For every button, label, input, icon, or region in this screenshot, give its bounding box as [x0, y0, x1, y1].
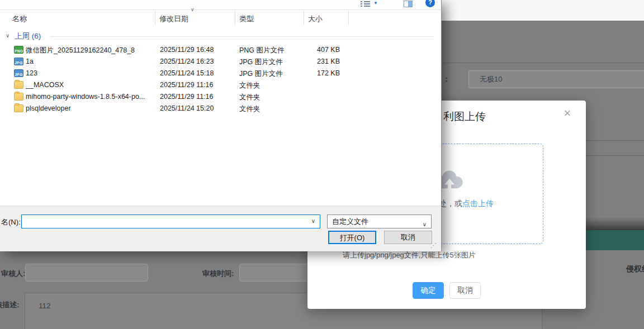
file-type: JPG 图片文件 — [239, 58, 283, 67]
file-size: 407 KB — [304, 46, 340, 54]
group-header-last-week[interactable]: ∨ 上周 (6) — [0, 31, 441, 41]
sort-caret-icon: ∨ — [191, 7, 195, 12]
file-date: 2025/11/24 15:18 — [160, 69, 214, 77]
reviewer-label: 审核人: — [1, 269, 25, 279]
upload-hint: 请上传jpg/png/jpeg文件,只能上传5张图片 — [343, 250, 476, 260]
column-divider[interactable] — [155, 11, 155, 25]
filetype-select[interactable]: 自定义文件 ∨ — [327, 214, 432, 228]
file-list-area: 名称 ∨ 修改日期 类型 大小 ∨ 上周 (6) PNG 微信图片_202511… — [0, 10, 441, 206]
modal-cancel-button[interactable]: 取消 — [449, 282, 481, 299]
page-top-strip — [435, 0, 644, 21]
file-row[interactable]: mihomo-party-windows-1.8.5-x64-po... 202… — [0, 91, 441, 103]
file-row[interactable]: JPG 1a 2025/11/24 16:23 JPG 图片文件 231 KB — [0, 56, 441, 68]
filename-input[interactable]: ∨ — [21, 214, 320, 228]
group-divider-line — [50, 36, 434, 37]
modal-title: 利图上传 — [443, 109, 486, 124]
panel-shadow — [581, 218, 644, 230]
close-icon[interactable]: × — [561, 107, 574, 121]
file-row[interactable]: __MACOSX 2025/11/29 11:16 文件夹 — [0, 79, 441, 91]
section-divider — [581, 155, 644, 156]
group-collapse-icon[interactable]: ∨ — [6, 32, 10, 39]
file-name: 1a — [26, 58, 34, 65]
click-to-upload-link[interactable]: 点击上传 — [462, 199, 494, 208]
background-field-input[interactable]: 无极10 — [468, 70, 644, 88]
section-divider — [442, 63, 644, 63]
infringement-label: 侵权线 — [626, 264, 644, 274]
file-type: 文件夹 — [239, 93, 261, 102]
file-rows: PNG 微信图片_20251129162240_478_8 2025/11/29… — [0, 44, 441, 115]
teal-section-bar — [581, 230, 644, 250]
reviewer-input[interactable] — [25, 264, 148, 282]
column-header-type[interactable]: 类型 — [239, 14, 254, 24]
png-file-icon: PNG — [14, 46, 23, 54]
file-icon-badge: JPG — [15, 73, 23, 77]
section-divider — [581, 140, 644, 141]
file-dialog-toolbar: ▼ ? — [0, 0, 441, 10]
confirm-button[interactable]: 确定 — [413, 282, 444, 299]
view-options-dropdown-icon[interactable]: ▼ — [373, 1, 378, 6]
resize-grip[interactable]: ⋰ — [430, 242, 437, 249]
preview-pane-icon[interactable] — [404, 1, 413, 7]
dialog-cancel-button[interactable]: 取消 — [384, 231, 432, 244]
file-row[interactable]: plsqldeveloper 2025/11/24 15:20 文件夹 — [0, 103, 441, 115]
filename-label: 名(N): — [1, 217, 21, 227]
open-button[interactable]: 打开(O) — [328, 231, 376, 244]
column-divider[interactable] — [304, 11, 304, 25]
file-date: 2025/11/29 11:16 — [160, 93, 213, 101]
dropzone-text: 处，或点击上传 — [439, 199, 494, 209]
file-row[interactable]: JPG 123 2025/11/24 15:18 JPG 图片文件 172 KB — [0, 68, 441, 79]
file-type: JPG 图片文件 — [239, 69, 283, 79]
file-date: 2025/11/24 16:23 — [160, 58, 214, 65]
description-label: 核描述: — [0, 300, 19, 310]
dropzone-text-part: 处，或 — [439, 199, 462, 208]
folder-icon — [14, 81, 23, 89]
view-options-icon[interactable] — [361, 1, 370, 7]
background-field-label: ： — [443, 74, 450, 84]
file-date: 2025/11/29 16:48 — [160, 46, 214, 54]
screen: ： 无极10 侵权线 审核人: 审核时间: 核描述: 112 利图上传 × 处，… — [0, 0, 644, 329]
folder-icon — [14, 104, 23, 112]
file-name: 微信图片_20251129162240_478_8 — [26, 46, 135, 55]
review-time-label: 审核时间: — [202, 269, 234, 279]
filename-dropdown-icon[interactable]: ∨ — [311, 218, 315, 224]
file-icon-badge: PNG — [15, 49, 23, 53]
column-divider[interactable] — [235, 11, 235, 25]
group-label: 上周 (6) — [15, 31, 41, 41]
file-name: __MACOSX — [26, 81, 64, 89]
file-type: 文件夹 — [239, 104, 261, 114]
file-open-dialog: ▼ ? 名称 ∨ 修改日期 类型 大小 ∨ 上周 (6) PNG 微信图片_20… — [0, 0, 442, 251]
folder-icon — [14, 93, 23, 101]
help-icon[interactable]: ? — [425, 0, 435, 7]
file-date: 2025/11/29 11:16 — [160, 81, 213, 89]
file-name: plsqldeveloper — [26, 104, 71, 112]
file-type: PNG 图片文件 — [239, 46, 285, 55]
file-dialog-footer: 名(N): ∨ 自定义文件 ∨ 打开(O) 取消 ⋰ — [0, 206, 441, 251]
file-icon-badge: JPG — [15, 61, 23, 65]
column-header-size[interactable]: 大小 — [308, 14, 323, 24]
filetype-selected-value: 自定义文件 — [332, 217, 368, 226]
file-size: 172 KB — [304, 69, 340, 77]
file-name: mihomo-party-windows-1.8.5-x64-po... — [26, 93, 145, 101]
filetype-dropdown-icon: ∨ — [423, 218, 427, 231]
file-size: 231 KB — [304, 58, 340, 65]
jpg-file-icon: JPG — [14, 58, 23, 65]
column-header-date[interactable]: 修改日期 — [159, 14, 188, 24]
file-type: 文件夹 — [239, 81, 261, 90]
column-divider[interactable] — [348, 11, 349, 25]
file-name: 123 — [26, 69, 37, 77]
column-header-name[interactable]: 名称 — [12, 14, 27, 24]
file-date: 2025/11/24 15:20 — [160, 104, 214, 112]
file-row[interactable]: PNG 微信图片_20251129162240_478_8 2025/11/29… — [0, 44, 441, 56]
jpg-file-icon: JPG — [14, 69, 23, 77]
